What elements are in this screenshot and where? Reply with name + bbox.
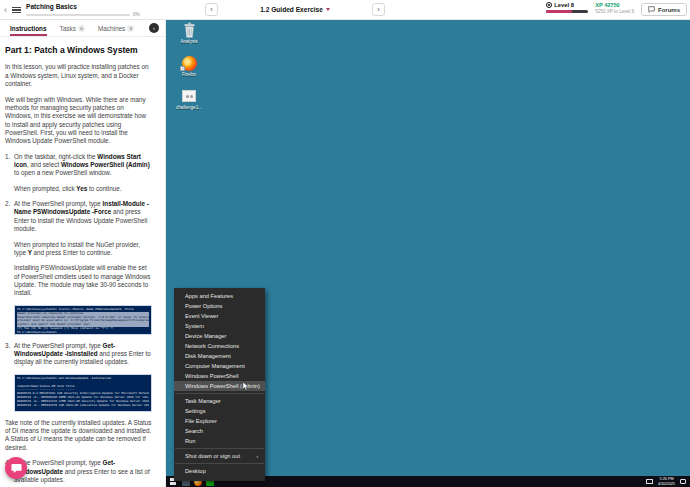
back-icon[interactable]: ‹ [4,6,7,15]
menu-item-event-viewer[interactable]: Event Viewer [174,311,265,321]
instructions-content: Part 1: Patch a Windows System In this l… [0,37,165,487]
paragraph: In this lesson, you will practice instal… [5,63,152,88]
exercise-title: 1.2 Guided Exercise [260,6,323,13]
submenu-chevron-icon: › [256,453,258,459]
tab-instructions[interactable]: Instructions [10,20,47,36]
top-header: ‹ Patching Basics 0% ‹ 1.2 Guided Exerci… [0,0,690,20]
level-progress-bar [546,10,588,13]
forums-button[interactable]: Forums [641,3,687,16]
menu-item-windows-powershell[interactable]: Windows PowerShell [174,371,265,381]
mouse-cursor-icon [242,382,249,392]
powershell-screenshot: PS C:\Windows\system32> Get-WindowsUpdat… [14,374,152,412]
tray-monitor-icon[interactable] [646,479,653,484]
course-progress-percent: 0% [133,12,140,17]
desktop-icons: Analysis↗Firefoxchallenge1... [168,22,210,110]
header-left: ‹ Patching Basics 0% [4,0,140,20]
start-context-menu: Apps and FeaturesPower OptionsEvent View… [174,288,265,481]
level-block: Level 8 [546,2,588,13]
menu-item-label: Search [185,428,203,434]
menu-item-label: Run [185,438,195,444]
menu-item-power-options[interactable]: Power Options [174,301,265,311]
tab-tasks[interactable]: Tasks0 [60,20,85,36]
file-icon [182,90,196,102]
menu-item-disk-management[interactable]: Disk Management [174,351,265,361]
list-item: 2.At the PowerShell prompt, type Install… [5,200,152,233]
course-progress: 0% [26,12,140,17]
next-exercise-button[interactable]: › [372,3,385,16]
body-text: At the PowerShell prompt, type [14,459,103,466]
list-item: 1.On the taskbar, right-click the Window… [5,153,152,178]
menu-item-label: Shut down or sign out [185,453,240,459]
menu-item-windows-powershell-admin[interactable]: Windows PowerShell (Admin) [174,381,265,391]
menu-item-label: File Explorer [185,418,217,424]
console-line: WINSRV19 -D-- KB5041578 1GB 2024-08 Cumu… [17,404,149,408]
list-item-text: At the PowerShell prompt, type Get-Windo… [14,459,152,484]
tab-label: Instructions [10,25,47,32]
menu-item-search[interactable]: Search [174,426,265,436]
shortcut-arrow-icon: ↗ [180,66,185,71]
list-item-text: At the PowerShell prompt, type Install-M… [14,200,152,233]
vm-desktop[interactable]: Analysis↗Firefoxchallenge1... Apps and F… [166,20,690,487]
desktop-icon-file[interactable]: challenge1... [168,88,210,110]
command-text: Windows PowerShell (Admin) [61,161,150,168]
desktop-icon-recycle-bin[interactable]: Analysis [168,22,210,44]
recycle-bin-glyph [180,22,198,38]
level-target-icon [546,2,552,8]
tab-bar: InstructionsTasks0Machines3 › [0,20,165,37]
list-item: 4.At the PowerShell prompt, type Get-Win… [5,459,152,484]
taskbar-clock[interactable]: 5:26 PM 4/10/2025 [658,477,675,486]
menu-item-shut-down-or-sign-out[interactable]: Shut down or sign out› [174,451,265,461]
menu-separator [175,463,264,464]
menu-item-system[interactable]: System [174,321,265,331]
desktop-icon-firefox[interactable]: ↗Firefox [168,55,210,77]
body-text: Take note of the currently installed upd… [5,419,151,451]
system-tray: 5:26 PM 4/10/2025 [646,477,690,486]
xp-value: XP 42750 [595,2,634,8]
menu-item-label: Power Options [185,303,222,309]
previous-exercise-button[interactable]: ‹ [205,3,218,16]
console-line [17,408,149,412]
level-label: Level 8 [554,2,574,8]
paragraph: We will begin with Windows. While there … [5,96,152,146]
xp-to-next-level: 5250 XP to Level 9 [595,9,634,14]
menu-item-apps-and-features[interactable]: Apps and Features [174,291,265,301]
level-row: Level 8 [546,2,588,8]
menu-item-computer-management[interactable]: Computer Management [174,361,265,371]
recycle-bin-icon [182,22,197,38]
menu-item-task-manager[interactable]: Task Manager [174,396,265,406]
menu-item-label: Windows PowerShell [185,373,238,379]
tab-badge: 0 [78,25,85,32]
body-text: and press Enter to continue. [32,249,113,256]
chat-widget-button[interactable] [5,457,27,479]
paragraph: When prompted to install the NuGet provi… [14,241,152,258]
menu-item-device-manager[interactable]: Device Manager [174,331,265,341]
menu-item-run[interactable]: Run [174,436,265,446]
desktop-icon-label: Firefox [182,72,196,77]
desktop-icon-label: Analysis [180,39,197,44]
body-text: We will begin with Windows. While there … [5,96,146,145]
action-center-icon[interactable] [680,479,686,484]
tab-badge: 3 [127,25,134,32]
menu-icon[interactable] [12,7,21,14]
instructions-panel: InstructionsTasks0Machines3 › Part 1: Pa… [0,20,166,487]
exercise-title-dropdown[interactable]: 1.2 Guided Exercise [260,6,330,13]
course-progress-bar [26,14,130,16]
menu-item-desktop[interactable]: Desktop [174,466,265,476]
list-item-text: On the taskbar, right-click the Windows … [14,153,152,178]
body-text: On the taskbar, right-click the [14,153,97,160]
menu-item-label: Settings [185,408,206,414]
menu-item-network-connections[interactable]: Network Connections [174,341,265,351]
chat-bubble-icon [648,6,655,13]
menu-item-file-explorer[interactable]: File Explorer [174,416,265,426]
app-root: ‹ Patching Basics 0% ‹ 1.2 Guided Exerci… [0,0,690,487]
paragraph: Installing PSWindowsUpdate will enable t… [14,264,152,297]
menu-item-label: Event Viewer [185,313,218,319]
body-text: to open a new PowerShell window. [14,169,111,176]
tab-label: Machines [98,25,125,32]
tab-machines[interactable]: Machines3 [98,20,134,36]
list-item-number: 3. [5,342,14,367]
tabs-overflow-button[interactable]: › [149,23,159,33]
body-text: In this lesson, you will practice instal… [5,63,149,87]
menu-item-settings[interactable]: Settings [174,406,265,416]
header-right: Level 8 XP 42750 5250 XP to Level 9 Foru… [546,2,687,16]
